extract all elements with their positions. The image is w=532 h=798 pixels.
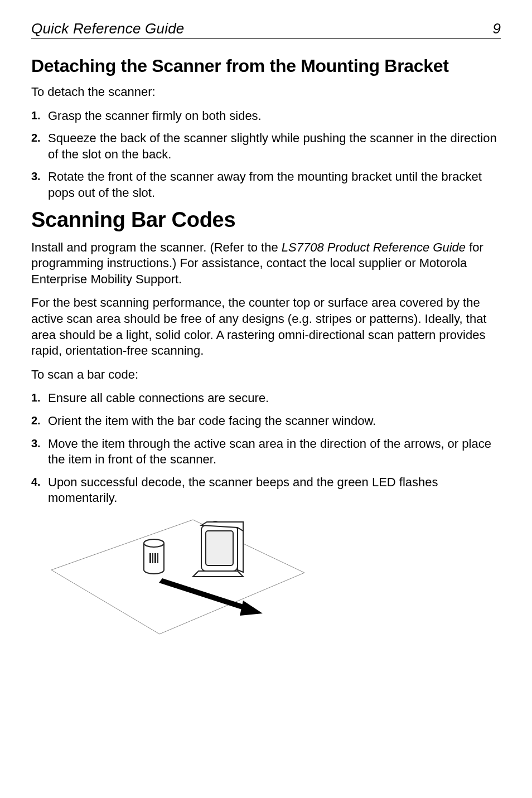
svg-point-8 (144, 539, 164, 547)
step-marker: 2. (31, 130, 48, 145)
step-text: Ensure all cable connections are secure. (48, 390, 501, 407)
svg-rect-12 (152, 553, 153, 563)
step-marker: 4. (31, 475, 48, 489)
section-heading-scanning: Scanning Bar Codes (31, 208, 501, 232)
step-text: Upon successful decode, the scanner beep… (48, 475, 501, 506)
svg-marker-1 (193, 571, 243, 577)
scanning-para-1: Install and program the scanner. (Refer … (31, 240, 501, 288)
scan-steps-list: 1. Ensure all cable connections are secu… (31, 390, 501, 506)
list-item: 3. Move the item through the active scan… (31, 436, 501, 468)
header-page-number: 9 (493, 20, 501, 37)
scanning-para-2: For the best scanning performance, the c… (31, 295, 501, 359)
step-marker: 1. (31, 390, 48, 405)
header-title: Quick Reference Guide (31, 20, 184, 37)
list-item: 2. Squeeze the back of the scanner sligh… (31, 130, 501, 162)
step-marker: 3. (31, 169, 48, 183)
page-header: Quick Reference Guide 9 (31, 20, 501, 39)
step-marker: 1. (31, 108, 48, 123)
list-item: 3. Rotate the front of the scanner away … (31, 169, 501, 201)
scanner-illustration (48, 509, 501, 642)
scanning-para-3: To scan a bar code: (31, 367, 501, 383)
step-marker: 2. (31, 413, 48, 428)
step-marker: 3. (31, 436, 48, 451)
section-heading-detaching: Detaching the Scanner from the Mounting … (31, 56, 501, 76)
svg-rect-14 (157, 553, 158, 563)
step-text: Rotate the front of the scanner away fro… (48, 169, 501, 201)
svg-marker-15 (159, 578, 249, 611)
svg-marker-16 (240, 601, 263, 616)
list-item: 4. Upon successful decode, the scanner b… (31, 475, 501, 506)
svg-marker-7 (238, 528, 243, 572)
scanner-diagram-icon (48, 509, 310, 640)
step-text: Orient the item with the bar code facing… (48, 413, 501, 429)
svg-marker-0 (51, 520, 304, 634)
svg-rect-13 (154, 553, 156, 563)
para1-pre: Install and program the scanner. (Refer … (31, 240, 282, 254)
detach-steps-list: 1. Grasp the scanner firmly on both side… (31, 108, 501, 201)
step-text: Move the item through the active scan ar… (48, 436, 501, 468)
detach-intro: To detach the scanner: (31, 84, 501, 100)
svg-rect-3 (206, 531, 233, 565)
list-item: 1. Ensure all cable connections are secu… (31, 390, 501, 407)
step-text: Squeeze the back of the scanner slightly… (48, 130, 501, 162)
svg-rect-11 (149, 553, 151, 563)
para1-italic: LS7708 Product Reference Guide (282, 240, 466, 254)
list-item: 2. Orient the item with the bar code fac… (31, 413, 501, 429)
step-text: Grasp the scanner firmly on both sides. (48, 108, 501, 124)
list-item: 1. Grasp the scanner firmly on both side… (31, 108, 501, 124)
